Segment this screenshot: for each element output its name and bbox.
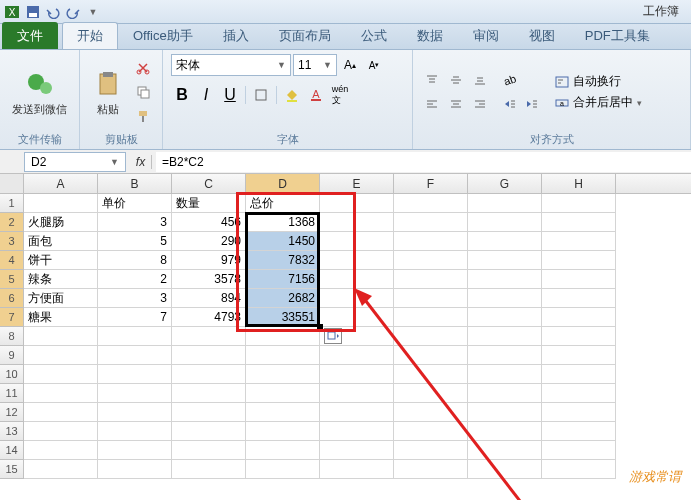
cell[interactable]: 1368 [246, 213, 320, 232]
tab-review[interactable]: 审阅 [458, 22, 514, 49]
row-header[interactable]: 4 [0, 251, 24, 270]
row-header[interactable]: 15 [0, 460, 24, 479]
cell[interactable]: 糖果 [24, 308, 98, 327]
cell[interactable] [320, 232, 394, 251]
cell[interactable]: 456 [172, 213, 246, 232]
merge-center-button[interactable]: a合并后居中▾ [555, 94, 642, 111]
cell[interactable] [394, 213, 468, 232]
cell[interactable] [394, 232, 468, 251]
tab-home[interactable]: 开始 [62, 22, 118, 49]
cell[interactable] [394, 422, 468, 441]
cell[interactable] [394, 194, 468, 213]
cell[interactable] [246, 460, 320, 479]
cell[interactable] [246, 422, 320, 441]
orientation-icon[interactable]: ab [499, 69, 521, 91]
cell[interactable] [172, 384, 246, 403]
cell[interactable] [542, 327, 616, 346]
cell[interactable] [468, 384, 542, 403]
row-header[interactable]: 13 [0, 422, 24, 441]
cell[interactable]: 1450 [246, 232, 320, 251]
cell[interactable] [542, 403, 616, 422]
increase-font-icon[interactable]: A▴ [339, 54, 361, 76]
cell[interactable] [24, 365, 98, 384]
align-center-icon[interactable] [445, 93, 467, 115]
cell[interactable]: 单价 [98, 194, 172, 213]
cell[interactable] [394, 251, 468, 270]
cell[interactable]: 7 [98, 308, 172, 327]
cell[interactable] [24, 460, 98, 479]
select-all-corner[interactable] [0, 174, 24, 193]
col-header-a[interactable]: A [24, 174, 98, 193]
cell[interactable] [98, 460, 172, 479]
send-to-wechat-button[interactable]: 发送到微信 [8, 66, 71, 119]
fx-icon[interactable]: fx [130, 155, 152, 169]
cell[interactable] [394, 346, 468, 365]
row-header[interactable]: 9 [0, 346, 24, 365]
cell[interactable] [172, 422, 246, 441]
align-middle-icon[interactable] [445, 69, 467, 91]
cell[interactable] [394, 270, 468, 289]
cell[interactable]: 7832 [246, 251, 320, 270]
col-header-e[interactable]: E [320, 174, 394, 193]
cell[interactable] [320, 460, 394, 479]
cell[interactable]: 2 [98, 270, 172, 289]
row-header[interactable]: 8 [0, 327, 24, 346]
cell[interactable]: 894 [172, 289, 246, 308]
col-header-g[interactable]: G [468, 174, 542, 193]
cell[interactable] [320, 365, 394, 384]
cell[interactable]: 290 [172, 232, 246, 251]
cell[interactable] [468, 270, 542, 289]
cell[interactable] [172, 365, 246, 384]
cell[interactable]: 979 [172, 251, 246, 270]
border-icon[interactable] [250, 84, 272, 106]
tab-office-assistant[interactable]: Office助手 [118, 22, 208, 49]
cell[interactable] [394, 460, 468, 479]
col-header-f[interactable]: F [394, 174, 468, 193]
cell[interactable]: 5 [98, 232, 172, 251]
qat-dropdown-icon[interactable]: ▼ [84, 3, 102, 21]
cell[interactable] [394, 327, 468, 346]
cell[interactable] [542, 365, 616, 384]
redo-icon[interactable] [64, 3, 82, 21]
tab-formulas[interactable]: 公式 [346, 22, 402, 49]
row-header[interactable]: 10 [0, 365, 24, 384]
cell[interactable] [98, 403, 172, 422]
cell[interactable]: 面包 [24, 232, 98, 251]
decrease-indent-icon[interactable] [499, 93, 521, 115]
cell[interactable] [320, 403, 394, 422]
autofill-options-icon[interactable] [324, 328, 342, 344]
row-header[interactable]: 6 [0, 289, 24, 308]
name-box[interactable]: D2▼ [24, 152, 126, 172]
paste-button[interactable]: 粘贴 [88, 66, 128, 119]
align-bottom-icon[interactable] [469, 69, 491, 91]
cell[interactable] [542, 384, 616, 403]
cell[interactable] [246, 346, 320, 365]
cell[interactable] [394, 384, 468, 403]
tab-page-layout[interactable]: 页面布局 [264, 22, 346, 49]
decrease-font-icon[interactable]: A▾ [363, 54, 385, 76]
cell[interactable] [24, 422, 98, 441]
cell[interactable] [320, 384, 394, 403]
row-header[interactable]: 3 [0, 232, 24, 251]
fill-handle[interactable] [317, 324, 323, 330]
cell[interactable] [320, 422, 394, 441]
cell[interactable] [172, 346, 246, 365]
cell[interactable] [394, 308, 468, 327]
cell[interactable] [320, 194, 394, 213]
cell[interactable] [468, 365, 542, 384]
cell[interactable]: 3578 [172, 270, 246, 289]
underline-button[interactable]: U [219, 84, 241, 106]
cell[interactable]: 辣条 [24, 270, 98, 289]
row-header[interactable]: 11 [0, 384, 24, 403]
cell[interactable] [542, 270, 616, 289]
cell[interactable] [468, 441, 542, 460]
cell[interactable] [468, 289, 542, 308]
cell[interactable] [98, 441, 172, 460]
fill-color-icon[interactable] [281, 84, 303, 106]
col-header-h[interactable]: H [542, 174, 616, 193]
cell[interactable] [468, 308, 542, 327]
cell[interactable]: 火腿肠 [24, 213, 98, 232]
cell[interactable] [320, 213, 394, 232]
cell[interactable] [542, 251, 616, 270]
cell[interactable] [24, 327, 98, 346]
